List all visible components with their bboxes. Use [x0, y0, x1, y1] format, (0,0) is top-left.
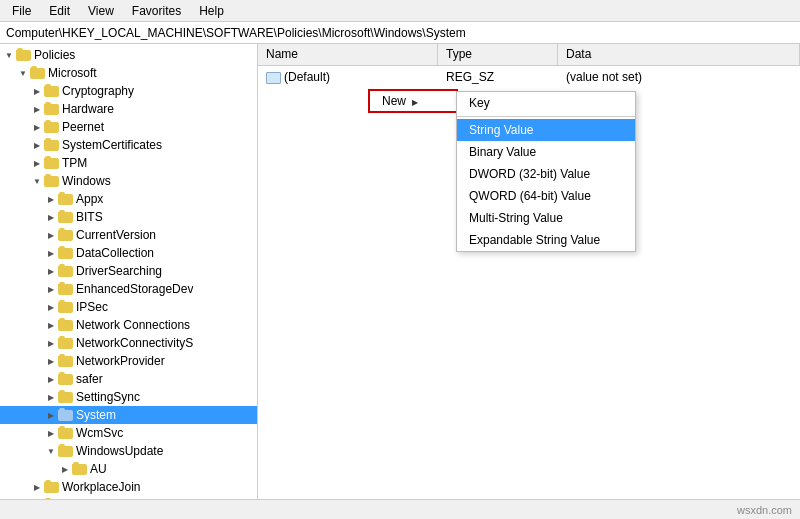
- tree-label-enhancedstorage: EnhancedStorageDev: [76, 282, 193, 296]
- tree-item-hardware[interactable]: Hardware: [0, 100, 257, 118]
- tree-label-networkprovider: NetworkProvider: [76, 354, 165, 368]
- tree-label-windows: Windows: [62, 174, 111, 188]
- tree-arrow-settingsync[interactable]: [44, 393, 58, 402]
- tree-arrow-peernet[interactable]: [30, 123, 44, 132]
- tree-item-networkprovider[interactable]: NetworkProvider: [0, 352, 257, 370]
- context-menu: New KeyString ValueBinary ValueDWORD (32…: [368, 89, 458, 113]
- submenu-item-key[interactable]: Key: [457, 92, 635, 114]
- tree-item-windowsupdate[interactable]: WindowsUpdate: [0, 442, 257, 460]
- tree-arrow-safer[interactable]: [44, 375, 58, 384]
- folder-icon-tpm: [44, 156, 60, 170]
- tree-item-policies[interactable]: Policies: [0, 46, 257, 64]
- tree-arrow-hardware[interactable]: [30, 105, 44, 114]
- submenu-item-string_value[interactable]: String Value: [457, 119, 635, 141]
- tree-label-settingsync: SettingSync: [76, 390, 140, 404]
- tree-arrow-currentversion[interactable]: [44, 231, 58, 240]
- tree-item-datacollection[interactable]: DataCollection: [0, 244, 257, 262]
- tree-arrow-wcmsvc[interactable]: [44, 429, 58, 438]
- tree-arrow-policies[interactable]: [2, 51, 16, 60]
- tree-item-cryptography[interactable]: Cryptography: [0, 82, 257, 100]
- submenu-divider: [457, 116, 635, 117]
- tree-label-hardware: Hardware: [62, 102, 114, 116]
- tree-arrow-systemcerts[interactable]: [30, 141, 44, 150]
- submenu-arrow-icon: [412, 94, 418, 108]
- tree-item-windows[interactable]: Windows: [0, 172, 257, 190]
- tree-arrow-cryptography[interactable]: [30, 87, 44, 96]
- tree-item-safer[interactable]: safer: [0, 370, 257, 388]
- folder-icon-networkprovider: [58, 354, 74, 368]
- folder-icon-windows: [44, 174, 60, 188]
- tree-arrow-networkconn2[interactable]: [44, 339, 58, 348]
- folder-icon-au: [72, 462, 88, 476]
- column-headers: Name Type Data: [258, 44, 800, 66]
- tree-item-microsoft[interactable]: Microsoft: [0, 64, 257, 82]
- tree-item-bits[interactable]: BITS: [0, 208, 257, 226]
- menu-file[interactable]: File: [4, 2, 39, 20]
- tree-arrow-microsoft[interactable]: [16, 69, 30, 78]
- tree-label-cryptography: Cryptography: [62, 84, 134, 98]
- submenu-item-qword[interactable]: QWORD (64-bit) Value: [457, 185, 635, 207]
- tree-label-safer: safer: [76, 372, 103, 386]
- tree-arrow-datacollection[interactable]: [44, 249, 58, 258]
- menu-edit[interactable]: Edit: [41, 2, 78, 20]
- tree-item-systemcerts[interactable]: SystemCertificates: [0, 136, 257, 154]
- cell-data: (value not set): [558, 70, 800, 84]
- tree-item-workplacejoin[interactable]: WorkplaceJoin: [0, 478, 257, 496]
- folder-icon-currentversion: [58, 228, 74, 242]
- tree-item-networkconnections[interactable]: Network Connections: [0, 316, 257, 334]
- submenu-item-expandable[interactable]: Expandable String Value: [457, 229, 635, 251]
- folder-icon-bits: [58, 210, 74, 224]
- tree-arrow-bits[interactable]: [44, 213, 58, 222]
- tree-item-peernet[interactable]: Peernet: [0, 118, 257, 136]
- folder-icon-microsoft: [30, 66, 46, 80]
- tree-item-ipsec[interactable]: IPSec: [0, 298, 257, 316]
- folder-icon-workplacejoin: [44, 480, 60, 494]
- tree-arrow-au[interactable]: [58, 465, 72, 474]
- tree-arrow-workplacejoin[interactable]: [30, 483, 44, 492]
- tree-arrow-windows[interactable]: [30, 177, 44, 186]
- folder-icon-wsdapi: [44, 498, 60, 499]
- tree-label-windowsupdate: WindowsUpdate: [76, 444, 163, 458]
- tree-arrow-networkconnections[interactable]: [44, 321, 58, 330]
- folder-icon-cryptography: [44, 84, 60, 98]
- tree-item-networkconn2[interactable]: NetworkConnectivityS: [0, 334, 257, 352]
- folder-icon-hardware: [44, 102, 60, 116]
- tree-panel: PoliciesMicrosoftCryptographyHardwarePee…: [0, 44, 258, 499]
- tree-item-driversearching[interactable]: DriverSearching: [0, 262, 257, 280]
- tree-arrow-networkprovider[interactable]: [44, 357, 58, 366]
- tree-item-settingsync[interactable]: SettingSync: [0, 388, 257, 406]
- cell-name-text: (Default): [284, 70, 330, 84]
- tree-arrow-tpm[interactable]: [30, 159, 44, 168]
- cell-type: REG_SZ: [438, 70, 558, 84]
- tree-label-au: AU: [90, 462, 107, 476]
- address-path: Computer\HKEY_LOCAL_MACHINE\SOFTWARE\Pol…: [6, 26, 466, 40]
- menu-favorites[interactable]: Favorites: [124, 2, 189, 20]
- folder-icon-wcmsvc: [58, 426, 74, 440]
- submenu-item-binary_value[interactable]: Binary Value: [457, 141, 635, 163]
- submenu-item-dword[interactable]: DWORD (32-bit) Value: [457, 163, 635, 185]
- tree-arrow-ipsec[interactable]: [44, 303, 58, 312]
- tree-arrow-enhancedstorage[interactable]: [44, 285, 58, 294]
- tree-label-systemcerts: SystemCertificates: [62, 138, 162, 152]
- table-row[interactable]: (Default)REG_SZ(value not set): [258, 68, 800, 86]
- tree-item-tpm[interactable]: TPM: [0, 154, 257, 172]
- reg-icon: [266, 71, 280, 83]
- tree-arrow-system[interactable]: [44, 411, 58, 420]
- submenu-item-multistring[interactable]: Multi-String Value: [457, 207, 635, 229]
- menubar: File Edit View Favorites Help: [0, 0, 800, 22]
- tree-item-au[interactable]: AU: [0, 460, 257, 478]
- tree-item-system[interactable]: System: [0, 406, 257, 424]
- folder-icon-peernet: [44, 120, 60, 134]
- tree-item-currentversion[interactable]: CurrentVersion: [0, 226, 257, 244]
- tree-arrow-appx[interactable]: [44, 195, 58, 204]
- tree-item-appx[interactable]: Appx: [0, 190, 257, 208]
- tree-arrow-windowsupdate[interactable]: [44, 447, 58, 456]
- tree-label-peernet: Peernet: [62, 120, 104, 134]
- tree-arrow-driversearching[interactable]: [44, 267, 58, 276]
- menu-view[interactable]: View: [80, 2, 122, 20]
- tree-item-enhancedstorage[interactable]: EnhancedStorageDev: [0, 280, 257, 298]
- new-menu-trigger[interactable]: New KeyString ValueBinary ValueDWORD (32…: [368, 89, 458, 113]
- folder-icon-networkconn2: [58, 336, 74, 350]
- tree-item-wcmsvc[interactable]: WcmSvc: [0, 424, 257, 442]
- menu-help[interactable]: Help: [191, 2, 232, 20]
